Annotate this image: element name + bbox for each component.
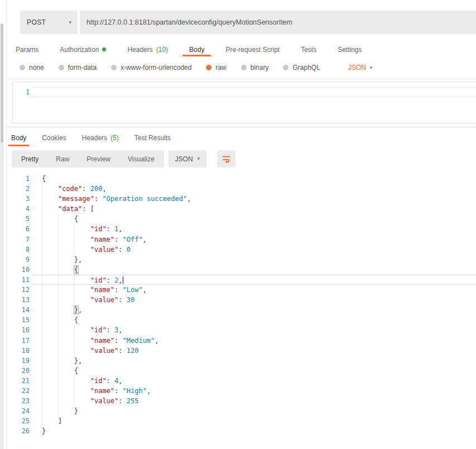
indent-guide bbox=[42, 315, 42, 325]
code-line[interactable]: 2 "code": 200, bbox=[7, 184, 476, 194]
mode-label: raw bbox=[215, 64, 226, 71]
code-token: "name" bbox=[90, 286, 114, 294]
code-token: { bbox=[74, 266, 78, 274]
format-dropdown[interactable]: JSON ▾ bbox=[169, 150, 206, 168]
code-line[interactable]: 26} bbox=[7, 426, 476, 436]
mode-x-www-form-urlencoded[interactable]: x-www-form-urlencoded bbox=[111, 64, 191, 71]
wrap-line-button[interactable] bbox=[217, 150, 235, 168]
editor-active-line[interactable] bbox=[31, 87, 476, 97]
indent-guide bbox=[42, 224, 42, 234]
tab-headers[interactable]: Headers (10) bbox=[127, 42, 168, 56]
url-input[interactable] bbox=[85, 18, 470, 27]
code-line[interactable]: 4 "data": [ bbox=[7, 204, 476, 214]
code-line[interactable]: 18 "value": 120 bbox=[7, 346, 476, 356]
code-line[interactable]: 14 }, bbox=[7, 305, 476, 315]
tab-params[interactable]: Params bbox=[16, 42, 39, 56]
response-tab-headers[interactable]: Headers (5) bbox=[82, 131, 119, 145]
code-line-content: { bbox=[31, 265, 476, 275]
code-line[interactable]: 8 "value": 0 bbox=[7, 245, 476, 255]
view-visualize[interactable]: Visualize bbox=[128, 155, 155, 163]
chevron-down-icon: ▾ bbox=[69, 20, 71, 25]
tab-authorization[interactable]: Authorization bbox=[60, 42, 106, 56]
indent-guide bbox=[58, 386, 59, 396]
code-line[interactable]: 7 "name": "Off", bbox=[7, 235, 476, 245]
mode-graphql[interactable]: GraphQL bbox=[283, 64, 320, 71]
code-line[interactable]: 21 "id": 4, bbox=[7, 376, 476, 386]
response-body-viewer[interactable]: 1{2 "code": 200,3 "message": "Operation … bbox=[7, 173, 476, 449]
left-scrollbar-thumb[interactable] bbox=[1, 23, 3, 143]
mode-raw[interactable]: raw bbox=[206, 64, 226, 71]
code-token bbox=[42, 246, 90, 254]
mode-binary[interactable]: binary bbox=[241, 64, 269, 71]
line-number: 23 bbox=[7, 396, 31, 406]
code-line[interactable]: 5 { bbox=[7, 214, 476, 224]
code-token: : [ bbox=[82, 205, 94, 213]
indent-guide bbox=[42, 406, 42, 416]
code-line-content: "id": 2, bbox=[31, 275, 476, 285]
response-tab-cookies[interactable]: Cookies bbox=[42, 131, 66, 145]
tab-settings[interactable]: Settings bbox=[338, 42, 362, 56]
code-token bbox=[42, 296, 90, 304]
code-token: : bbox=[118, 397, 126, 405]
code-line[interactable]: 19 }, bbox=[7, 356, 476, 366]
indent-guide bbox=[58, 376, 59, 386]
indent-guide bbox=[58, 255, 59, 265]
indent-guide bbox=[58, 224, 59, 234]
view-raw[interactable]: Raw bbox=[56, 155, 69, 163]
code-line-content: "code": 200, bbox=[31, 184, 476, 194]
code-line[interactable]: 22 "name": "High", bbox=[7, 386, 476, 396]
line-number: 20 bbox=[7, 366, 31, 376]
code-line[interactable]: 20 { bbox=[7, 366, 476, 376]
tab-body[interactable]: Body bbox=[189, 42, 204, 56]
tab-tests[interactable]: Tests bbox=[301, 42, 316, 56]
view-preview[interactable]: Preview bbox=[86, 155, 110, 163]
format-label: JSON bbox=[175, 155, 193, 163]
code-line[interactable]: 15 { bbox=[7, 315, 476, 325]
code-line[interactable]: 3 "message": "Operation succeeded", bbox=[7, 194, 476, 204]
tab-label: Tests bbox=[301, 46, 316, 54]
code-line[interactable]: 17 "name": "Medium", bbox=[7, 336, 476, 346]
text-cursor bbox=[123, 276, 123, 284]
method-dropdown[interactable]: POST ▾ bbox=[20, 11, 78, 34]
indent-guide bbox=[74, 396, 75, 406]
code-line[interactable]: 24 } bbox=[7, 406, 476, 416]
line-number: 15 bbox=[7, 315, 31, 325]
code-line[interactable]: 13 "value": 30 bbox=[7, 295, 476, 305]
code-token bbox=[42, 225, 90, 233]
code-line-content: "id": 3, bbox=[31, 325, 476, 335]
code-line[interactable]: 23 "value": 255 bbox=[7, 396, 476, 406]
code-token bbox=[42, 326, 90, 334]
view-pretty[interactable]: Pretty bbox=[21, 155, 39, 163]
code-line-content: "id": 1, bbox=[31, 224, 476, 234]
mode-form-data[interactable]: form-data bbox=[59, 64, 97, 71]
line-number: 1 bbox=[7, 174, 31, 184]
response-tab-test-results[interactable]: Test Results bbox=[134, 131, 171, 145]
code-token: : bbox=[118, 246, 126, 254]
radio-icon bbox=[111, 65, 117, 70]
code-token: { bbox=[74, 215, 78, 223]
mode-none[interactable]: none bbox=[20, 64, 44, 71]
request-body-editor[interactable]: 1 bbox=[12, 82, 476, 123]
code-token bbox=[42, 397, 90, 405]
code-token: , bbox=[143, 286, 147, 294]
code-line[interactable]: 16 "id": 3, bbox=[7, 325, 476, 335]
code-line[interactable]: 25 ] bbox=[7, 416, 476, 426]
code-line[interactable]: 1{ bbox=[7, 174, 476, 184]
indent-guide bbox=[58, 214, 59, 224]
code-token: : bbox=[114, 286, 122, 294]
code-token bbox=[42, 276, 90, 284]
line-number: 13 bbox=[7, 295, 31, 305]
indent-guide bbox=[58, 265, 59, 275]
code-line[interactable]: 11 "id": 2, bbox=[7, 275, 476, 285]
code-line[interactable]: 12 "name": "Low", bbox=[7, 285, 476, 295]
indent-guide bbox=[58, 295, 59, 305]
line-number: 14 bbox=[7, 305, 31, 315]
tab-pre-request-script[interactable]: Pre-request Script bbox=[225, 42, 280, 56]
radio-icon bbox=[283, 65, 289, 70]
indent-guide bbox=[74, 386, 75, 396]
language-dropdown[interactable]: JSON ▾ bbox=[348, 64, 373, 71]
code-line[interactable]: 10 { bbox=[7, 265, 476, 275]
code-line[interactable]: 6 "id": 1, bbox=[7, 224, 476, 234]
code-line[interactable]: 9 }, bbox=[7, 255, 476, 265]
response-tab-body[interactable]: Body bbox=[11, 131, 26, 145]
